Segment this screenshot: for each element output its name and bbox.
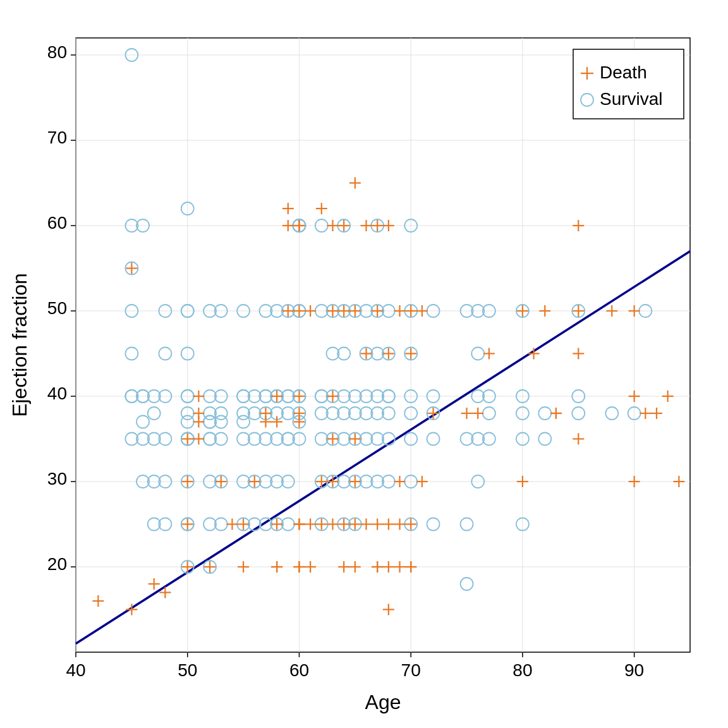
svg-text:Ejection fraction: Ejection fraction (8, 273, 31, 417)
svg-text:Age: Age (365, 691, 401, 713)
svg-text:80: 80 (47, 42, 67, 62)
svg-text:90: 90 (624, 660, 644, 680)
svg-text:50: 50 (178, 660, 197, 680)
svg-text:70: 70 (47, 128, 67, 147)
svg-text:70: 70 (401, 660, 421, 680)
svg-text:60: 60 (289, 660, 309, 680)
svg-text:40: 40 (66, 660, 85, 680)
svg-text:30: 30 (47, 469, 67, 488)
scatter-plot: 20304050607080405060708090Ejection fract… (0, 0, 728, 728)
svg-text:Death: Death (600, 63, 647, 82)
chart-container: 20304050607080405060708090Ejection fract… (0, 0, 728, 728)
svg-text:Survival: Survival (600, 89, 663, 109)
svg-text:60: 60 (47, 213, 67, 233)
svg-text:40: 40 (47, 384, 67, 403)
svg-text:80: 80 (513, 660, 532, 680)
svg-text:50: 50 (47, 298, 67, 318)
svg-rect-1 (76, 38, 690, 652)
svg-text:20: 20 (47, 554, 67, 574)
